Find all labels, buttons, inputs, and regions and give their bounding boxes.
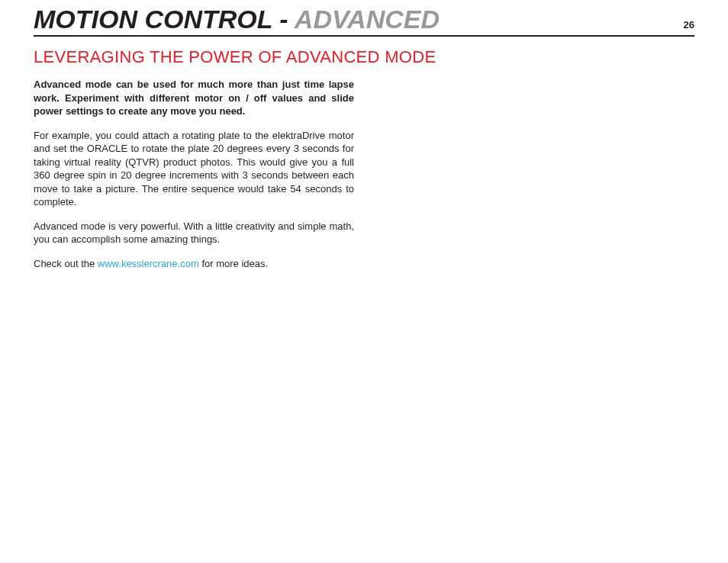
- page-header: MOTION CONTROL - ADVANCED 26: [34, 0, 694, 37]
- example-paragraph: For example, you could attach a rotating…: [34, 129, 354, 209]
- document-page: MOTION CONTROL - ADVANCED 26 LEVERAGING …: [0, 0, 728, 563]
- website-link[interactable]: www.kesslercrane.com: [98, 258, 199, 269]
- title-part-dark: MOTION CONTROL -: [34, 5, 295, 34]
- page-title: MOTION CONTROL - ADVANCED: [34, 6, 440, 35]
- closing-post: for more ideas.: [199, 258, 268, 269]
- intro-paragraph: Advanced mode can be used for much more …: [34, 78, 354, 118]
- body-column: Advanced mode can be used for much more …: [34, 78, 354, 271]
- closing-paragraph: Check out the www.kesslercrane.com for m…: [34, 257, 354, 271]
- section-heading: LEVERAGING THE POWER OF ADVANCED MODE: [34, 47, 694, 67]
- closing-pre: Check out the: [34, 258, 98, 269]
- power-paragraph: Advanced mode is very powerful. With a l…: [34, 220, 354, 246]
- title-part-grey: ADVANCED: [295, 5, 440, 34]
- page-number: 26: [684, 19, 694, 32]
